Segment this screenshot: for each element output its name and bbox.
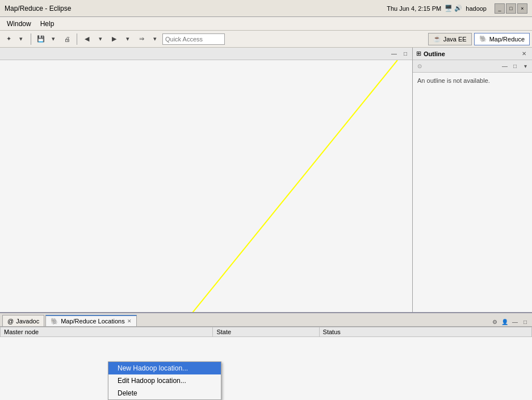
save-button[interactable]: 💾: [35, 33, 47, 45]
col-status: Status: [319, 327, 531, 337]
nav-dropdown[interactable]: ▾: [149, 33, 161, 45]
map-reduce-tab-icon: 🐘: [51, 318, 58, 325]
outline-no-content-message: An outline is not available.: [417, 77, 490, 84]
col-state: State: [213, 327, 319, 337]
menu-bar: Window Help: [0, 17, 532, 31]
quick-access-input[interactable]: [162, 33, 225, 45]
javadoc-tab-label: Javadoc: [16, 318, 39, 325]
title-bar: Map/Reduce - Eclipse Thu Jun 4, 2:15 PM …: [0, 0, 532, 17]
outline-panel-title: Outline: [424, 50, 517, 57]
locations-table: Master node State Status: [0, 327, 532, 337]
editor-area: — □ 新建Hadoop配置项: [0, 48, 413, 312]
editor-toolbar: — □: [0, 48, 412, 60]
save-dropdown[interactable]: ▾: [47, 33, 60, 45]
forward-button[interactable]: ▶: [108, 33, 120, 45]
outline-close-button[interactable]: ✕: [520, 49, 529, 58]
map-reduce-perspective[interactable]: 🐘 Map/Reduce: [474, 33, 530, 45]
tab-javadoc[interactable]: @ Javadoc: [2, 315, 44, 326]
map-reduce-label: Map/Reduce: [489, 36, 525, 43]
editor-content: 新建Hadoop配置项: [0, 60, 412, 312]
map-reduce-tab-close[interactable]: ✕: [127, 318, 132, 324]
diagonal-line: [0, 60, 412, 312]
nav-button[interactable]: ⇒: [135, 33, 148, 45]
context-menu-item-edit[interactable]: Edit Hadoop location...: [108, 374, 221, 387]
window-title: Map/Reduce - Eclipse: [5, 5, 71, 12]
outline-toolbar: ⊙ — □ ▾: [413, 60, 532, 73]
tab-bar-icon2[interactable]: 👤: [500, 317, 509, 326]
java-ee-icon: ☕: [433, 35, 441, 43]
forward-dropdown[interactable]: ▾: [122, 33, 134, 45]
maximize-panel-button[interactable]: □: [401, 49, 410, 58]
outline-chevron-button[interactable]: ▾: [521, 62, 530, 71]
minimize-panel-button[interactable]: —: [389, 49, 399, 58]
forward-button-group: ▾: [122, 33, 134, 45]
perspective-switcher: ☕ Java EE 🐘 Map/Reduce: [428, 33, 530, 45]
tab-map-reduce-locations[interactable]: 🐘 Map/Reduce Locations ✕: [45, 315, 137, 326]
username-display: hadoop: [466, 5, 487, 12]
minimize-button[interactable]: _: [495, 3, 505, 14]
system-tray: Thu Jun 4, 2:15 PM 🖥️ 🔊 hadoop _ □ ×: [387, 3, 527, 14]
outline-panel: ⊞ Outline ✕ ⊙ — □ ▾ An outline is not av…: [413, 48, 532, 312]
workspace-top: — □ 新建Hadoop配置项 ⊞ Outline ✕ ⊙: [0, 48, 532, 312]
new-button[interactable]: ✦: [2, 33, 15, 45]
back-button-group: ▾: [94, 33, 107, 45]
back-button[interactable]: ◀: [81, 33, 93, 45]
outline-panel-content: An outline is not available.: [413, 73, 532, 312]
context-menu-item-new[interactable]: New Hadoop location...: [108, 362, 221, 374]
bottom-tab-bar: @ Javadoc 🐘 Map/Reduce Locations ✕ ⚙ 👤 —…: [0, 313, 532, 327]
bottom-tab-bar-controls: ⚙ 👤 — □: [490, 317, 530, 326]
map-reduce-icon: 🐘: [479, 35, 487, 43]
context-menu-item-delete[interactable]: Delete: [108, 387, 221, 399]
col-master-node: Master node: [1, 327, 213, 337]
outline-panel-header: ⊞ Outline ✕: [413, 48, 532, 60]
context-menu: New Hadoop location... Edit Hadoop locat…: [108, 361, 221, 400]
tray-icons: 🖥️ 🔊: [445, 5, 462, 12]
close-button[interactable]: ×: [517, 3, 527, 14]
map-reduce-tab-label: Map/Reduce Locations: [61, 318, 125, 325]
new-button-group: ✦ ▾: [2, 33, 27, 45]
separator-2: [77, 33, 77, 45]
menu-help[interactable]: Help: [36, 19, 59, 29]
window-controls: _ □ ×: [495, 3, 527, 14]
outline-action-icon: ⊙: [415, 62, 424, 71]
workspace: — □ 新建Hadoop配置项 ⊞ Outline ✕ ⊙: [0, 48, 532, 400]
workspace-bottom: @ Javadoc 🐘 Map/Reduce Locations ✕ ⚙ 👤 —…: [0, 312, 532, 400]
new-dropdown[interactable]: ▾: [15, 33, 27, 45]
datetime-display: Thu Jun 4, 2:15 PM: [387, 5, 441, 12]
back-dropdown[interactable]: ▾: [94, 33, 107, 45]
svg-line-0: [153, 60, 397, 312]
menu-window[interactable]: Window: [2, 19, 36, 29]
outline-panel-icon: ⊞: [416, 50, 421, 57]
maximize-button[interactable]: □: [506, 3, 516, 14]
tab-bar-minimize[interactable]: —: [510, 317, 520, 326]
save-button-group: 💾 ▾: [35, 33, 60, 45]
outline-maximize-button[interactable]: □: [510, 62, 520, 71]
locations-table-area: Master node State Status New Hadoop loca…: [0, 327, 532, 400]
separator-1: [31, 33, 31, 45]
tab-bar-icon1[interactable]: ⚙: [490, 317, 499, 326]
java-ee-label: Java EE: [443, 36, 467, 43]
java-ee-perspective[interactable]: ☕ Java EE: [428, 33, 472, 45]
tab-bar-maximize[interactable]: □: [521, 317, 530, 326]
outline-minimize-button[interactable]: —: [500, 62, 509, 71]
nav-button-group: ▾: [149, 33, 161, 45]
toolbar: ✦ ▾ 💾 ▾ 🖨 ◀ ▾ ▶ ▾ ⇒ ▾ ☕ Java EE 🐘 Map/Re…: [0, 31, 532, 48]
print-button[interactable]: 🖨: [61, 33, 73, 45]
javadoc-tab-icon: @: [7, 318, 14, 325]
